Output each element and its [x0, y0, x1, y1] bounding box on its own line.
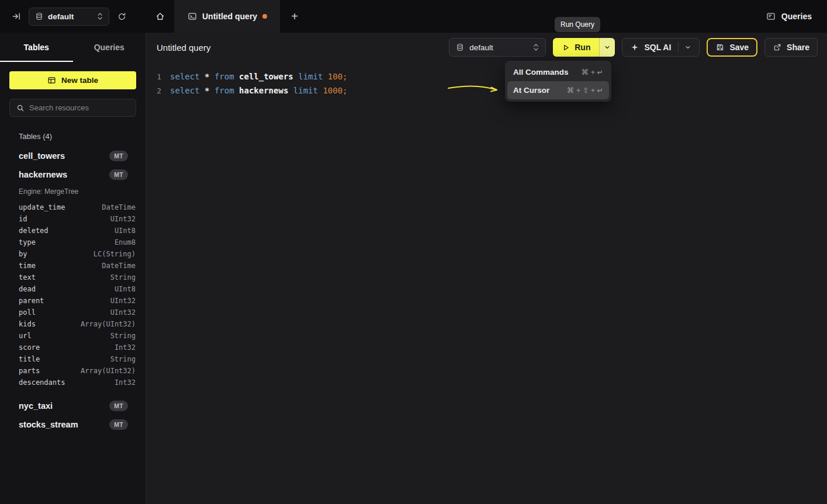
line-number: 2 — [155, 86, 161, 95]
column-row[interactable]: deadUInt8 — [0, 283, 146, 295]
column-row[interactable]: idUInt32 — [0, 213, 146, 225]
column-row[interactable]: kidsArray(UInt32) — [0, 318, 146, 330]
menu-item-shortcut: ⌘ + ↵ — [582, 68, 603, 77]
home-tab[interactable] — [146, 0, 174, 33]
queries-button[interactable]: Queries — [766, 12, 812, 22]
new-tab-button[interactable]: + — [280, 0, 309, 33]
column-row[interactable]: titleString — [0, 353, 146, 365]
column-row[interactable]: typeEnum8 — [0, 237, 146, 248]
column-row[interactable]: parentUInt32 — [0, 295, 146, 307]
tab-untitled-query[interactable]: Untitled query — [174, 0, 280, 33]
column-row[interactable]: pollUInt32 — [0, 307, 146, 318]
sidebar-tab-queries[interactable]: Queries — [73, 33, 146, 62]
menu-item-shortcut: ⌘ + ⇧ + ↵ — [567, 86, 603, 95]
database-icon — [455, 43, 465, 52]
column-list: update_timeDateTimeidUInt32deletedUInt8t… — [0, 199, 146, 397]
column-name: update_time — [19, 203, 65, 211]
column-name: parts — [19, 367, 40, 375]
table-name: stocks_stream — [19, 420, 78, 429]
column-type: String — [110, 332, 136, 340]
column-type: DateTime — [102, 262, 136, 270]
search-input[interactable] — [29, 103, 130, 112]
chevron-down-icon — [604, 44, 611, 51]
column-type: UInt8 — [115, 227, 136, 235]
database-selector[interactable]: default — [29, 8, 109, 26]
column-type: UInt8 — [115, 285, 136, 293]
table-engine: Engine: MergeTree — [0, 184, 146, 199]
save-icon — [715, 43, 725, 52]
tabstrip: Untitled query + — [146, 0, 309, 33]
table-row[interactable]: stocks_streamMT — [0, 415, 146, 434]
queries-label: Queries — [781, 12, 812, 21]
new-table-button[interactable]: New table — [9, 71, 136, 89]
tab-label: Untitled query — [202, 12, 257, 21]
column-row[interactable]: partsArray(UInt32) — [0, 365, 146, 377]
line-number: 1 — [155, 72, 161, 81]
run-button[interactable]: Run — [553, 38, 599, 57]
toolbar-database-selector[interactable]: default — [449, 38, 546, 57]
home-icon — [155, 12, 165, 21]
toolbar-database-value: default — [469, 43, 493, 52]
column-type: Array(UInt32) — [81, 320, 136, 328]
collapse-sidebar-icon[interactable] — [9, 9, 23, 23]
column-row[interactable]: textString — [0, 272, 146, 283]
column-name: url — [19, 332, 32, 340]
save-button[interactable]: Save — [707, 38, 757, 57]
column-type: Int32 — [115, 343, 136, 352]
run-query-tooltip: Run Query — [555, 17, 600, 32]
app: default Untitled query + — [0, 0, 827, 504]
run-options-caret[interactable] — [599, 38, 615, 57]
column-name: poll — [19, 308, 36, 317]
main-panel: Untitled query default — [146, 33, 827, 504]
column-name: title — [19, 355, 40, 363]
column-row[interactable]: urlString — [0, 330, 146, 342]
topbar-right: Queries — [766, 0, 827, 33]
editor-line[interactable]: 1select * from cell_towers limit 100; — [155, 69, 827, 84]
sidebar: Tables Queries New table Tables (4) cell… — [0, 33, 146, 504]
button-divider — [678, 42, 679, 53]
table-row[interactable]: nyc_taxiMT — [0, 397, 146, 415]
column-name: dead — [19, 285, 36, 293]
column-name: deleted — [19, 227, 49, 235]
run-menu-item[interactable]: All Commands⌘ + ↵ — [507, 63, 609, 81]
column-row[interactable]: scoreInt32 — [0, 342, 146, 353]
annotation-arrow — [447, 82, 503, 96]
column-type: Enum8 — [115, 238, 136, 246]
topbar: default Untitled query + — [0, 0, 827, 33]
code-text: select * from hackernews limit 1000; — [170, 86, 348, 95]
run-menu-item[interactable]: At Cursor⌘ + ⇧ + ↵ — [507, 81, 609, 99]
share-button[interactable]: Share — [764, 38, 818, 57]
engine-badge: MT — [109, 169, 128, 180]
refresh-icon[interactable] — [115, 9, 129, 23]
sql-ai-button[interactable]: SQL AI — [622, 38, 700, 57]
engine-badge: MT — [109, 401, 128, 411]
table-name: cell_towers — [19, 151, 65, 161]
query-toolbar: Untitled query default — [146, 33, 827, 62]
topbar-left: default — [0, 0, 146, 33]
run-menu: All Commands⌘ + ↵At Cursor⌘ + ⇧ + ↵ — [505, 61, 611, 102]
search-icon — [16, 103, 25, 112]
chevron-down-icon[interactable] — [684, 44, 691, 51]
column-type: DateTime — [102, 203, 136, 211]
sidebar-tab-tables[interactable]: Tables — [0, 33, 73, 62]
sql-ai-label: SQL AI — [644, 43, 671, 52]
new-table-label: New table — [61, 76, 98, 85]
column-name: by — [19, 250, 27, 258]
column-row[interactable]: timeDateTime — [0, 260, 146, 272]
table-row[interactable]: cell_towersMT — [0, 147, 146, 165]
database-icon — [34, 12, 44, 21]
menu-item-label: At Cursor — [513, 86, 549, 95]
column-type: Array(UInt32) — [81, 367, 136, 375]
column-row[interactable]: byLC(String) — [0, 248, 146, 260]
save-label: Save — [729, 43, 749, 52]
search-box[interactable] — [9, 99, 136, 117]
column-row[interactable]: update_timeDateTime — [0, 201, 146, 213]
table-row[interactable]: hackernewsMT — [0, 165, 146, 184]
table-name: hackernews — [19, 170, 67, 179]
column-type: String — [110, 273, 136, 281]
menu-item-label: All Commands — [513, 68, 569, 77]
updown-chevron-icon — [532, 43, 539, 51]
tables-list: cell_towersMThackernewsMTEngine: MergeTr… — [0, 147, 146, 434]
column-row[interactable]: descendantsInt32 — [0, 377, 146, 388]
column-row[interactable]: deletedUInt8 — [0, 225, 146, 237]
